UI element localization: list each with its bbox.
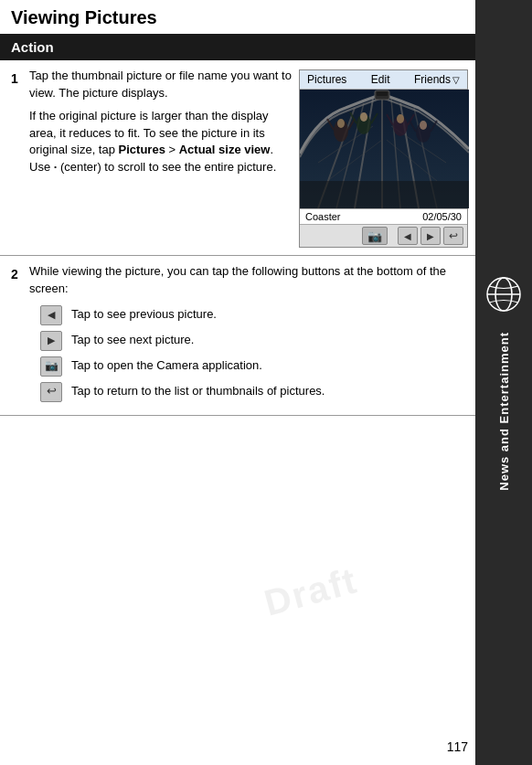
phone-prev-button[interactable]: ◀ (398, 227, 418, 245)
right-sidebar: News and Entertainment (475, 0, 532, 765)
row-2-return-item: ↩ Tap to return to the list or thumbnail… (40, 382, 464, 402)
svg-point-27 (420, 121, 427, 130)
svg-rect-30 (300, 181, 469, 208)
toolbar-edit[interactable]: Edit (371, 73, 390, 86)
phone-camera-button[interactable]: 📷 (362, 227, 388, 245)
svg-rect-13 (377, 91, 388, 96)
phone-image-date: 02/05/30 (422, 211, 462, 222)
next-icon: ▶ (48, 334, 55, 348)
sidebar-label: News and Entertainment (497, 332, 511, 491)
camera-icon: 📷 (367, 229, 382, 243)
prev-arrow-icon: ◀ (404, 231, 411, 241)
svg-point-19 (360, 112, 367, 122)
globe-icon (484, 274, 524, 314)
bold-actual-size: Actual size view (179, 143, 271, 156)
phone-image-label: Coaster (305, 211, 341, 222)
coaster-image-svg (300, 90, 469, 208)
row-1-para2: If the original picture is larger than t… (29, 108, 292, 176)
table-row-2: 2 While viewing the picture, you can tap… (0, 256, 475, 416)
next-icon-button: ▶ (40, 331, 62, 351)
row-2-number: 2 (0, 263, 29, 408)
row-1-number: 1 (0, 68, 29, 248)
prev-icon-button: ◀ (40, 305, 62, 325)
return-small-icon: ↩ (47, 383, 57, 400)
globe-icon-area (484, 274, 524, 317)
camera-label: Tap to open the Camera application. (71, 357, 262, 375)
row-2-next-item: ▶ Tap to see next picture. (40, 331, 464, 351)
camera-icon-button: 📷 (40, 356, 62, 377)
row-1-para1: Tap the thumbnail picture or file name y… (29, 68, 292, 102)
phone-screen: Pictures Edit Friends ▽ (299, 69, 468, 248)
toolbar-friends[interactable]: Friends ▽ (414, 73, 460, 86)
phone-image (300, 90, 469, 208)
phone-toolbar: Pictures Edit Friends ▽ (300, 70, 467, 90)
camera-small-icon: 📷 (45, 358, 59, 374)
svg-point-23 (397, 114, 404, 123)
phone-next-button[interactable]: ▶ (420, 227, 441, 245)
phone-screenshot: Pictures Edit Friends ▽ (299, 69, 468, 248)
next-arrow-icon: ▶ (427, 231, 434, 241)
action-header-label: Action (11, 39, 54, 55)
row-2-camera-item: 📷 Tap to open the Camera application. (40, 356, 464, 377)
phone-footer: Coaster 02/05/30 (300, 208, 467, 224)
page-title: Viewing Pictures (0, 0, 475, 34)
row-1-text: Tap the thumbnail picture or file name y… (29, 68, 299, 248)
prev-label: Tap to see previous picture. (71, 306, 217, 324)
table-row-1: 1 Tap the thumbnail picture or file name… (0, 60, 475, 256)
page-number: 117 (447, 739, 468, 754)
return-icon: ↩ (449, 229, 458, 242)
phone-return-button[interactable]: ↩ (443, 227, 463, 245)
phone-nav-bar: 📷 ◀ ▶ ↩ (300, 224, 467, 247)
prev-icon: ◀ (48, 308, 55, 323)
next-label: Tap to see next picture. (71, 332, 194, 349)
row-2-prev-item: ◀ Tap to see previous picture. (40, 305, 464, 325)
toolbar-pictures[interactable]: Pictures (307, 73, 346, 86)
row-2-text: While viewing the picture, you can tap t… (29, 263, 475, 408)
return-label: Tap to return to the list or thumbnails … (71, 383, 325, 400)
return-icon-button: ↩ (40, 382, 62, 402)
action-header: Action (0, 34, 475, 60)
bold-center: · (54, 160, 58, 174)
watermark: Draft (176, 514, 446, 668)
row-2-intro: While viewing the picture, you can tap t… (29, 263, 464, 298)
svg-point-15 (337, 119, 345, 128)
bold-pictures: Pictures (119, 143, 165, 156)
